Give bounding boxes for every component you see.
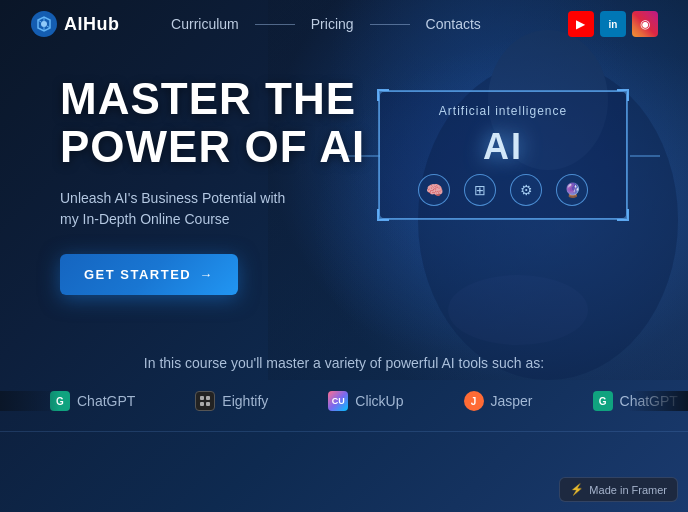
hero-title-line2: POWER OF AI <box>60 122 365 171</box>
hologram-icon-1: 🧠 <box>418 174 450 206</box>
framer-icon: ⚡ <box>570 483 584 496</box>
social-linkedin-button[interactable]: in <box>600 11 626 37</box>
nav-link-pricing[interactable]: Pricing <box>295 16 370 32</box>
svg-point-2 <box>448 275 588 345</box>
nav-link-contacts[interactable]: Contacts <box>410 16 497 32</box>
tool-name-chatgpt-right: ChatGPT <box>620 393 678 409</box>
social-instagram-button[interactable]: ◉ <box>632 11 658 37</box>
svg-point-5 <box>41 21 47 27</box>
chatgpt-logo-right: G <box>593 391 613 411</box>
hero-subtitle-line1: Unleash AI's Business Potential with <box>60 190 285 206</box>
hologram-big-text: AI <box>483 126 523 168</box>
corner-tl <box>377 89 389 101</box>
logo-icon <box>30 10 58 38</box>
hero-content: MASTER THE POWER OF AI Unleash AI's Busi… <box>60 75 365 295</box>
svg-rect-12 <box>200 402 204 406</box>
bottom-section: In this course you'll master a variety o… <box>0 355 688 432</box>
tool-item-jasper: J Jasper <box>434 391 563 411</box>
hero-subtitle-line2: my In-Depth Online Course <box>60 211 230 227</box>
tool-name-jasper: Jasper <box>491 393 533 409</box>
nav-logo[interactable]: AIHub <box>30 10 120 38</box>
tools-strip: G ChatGPT Eightify CU ClickUp J Jasper G… <box>0 391 688 411</box>
logo-text: AIHub <box>64 14 120 35</box>
svg-rect-13 <box>206 402 210 406</box>
cta-arrow-icon: → <box>199 267 214 282</box>
framer-badge-text: Made in Framer <box>589 484 667 496</box>
cta-label: GET STARTED <box>84 267 191 282</box>
nav-separator-1 <box>255 24 295 25</box>
hologram-label: Artificial intelligence <box>439 104 567 118</box>
tool-item-clickup: CU ClickUp <box>298 391 433 411</box>
navbar: AIHub Curriculum Pricing Contacts ▶ in ◉ <box>0 0 688 48</box>
hologram-icons-row: 🧠 ⊞ ⚙ 🔮 <box>418 174 588 206</box>
nav-socials: ▶ in ◉ <box>568 11 658 37</box>
svg-rect-11 <box>206 396 210 400</box>
hologram-icon-3: ⚙ <box>510 174 542 206</box>
clickup-logo: CU <box>328 391 348 411</box>
hero-title: MASTER THE POWER OF AI <box>60 75 365 172</box>
eightify-logo <box>195 391 215 411</box>
hero-title-line1: MASTER THE <box>60 74 356 123</box>
tool-name-eightify: Eightify <box>222 393 268 409</box>
corner-br <box>617 209 629 221</box>
corner-bl <box>377 209 389 221</box>
tool-name-chatgpt-left: ChatGPT <box>77 393 135 409</box>
nav-links: Curriculum Pricing Contacts <box>155 16 497 32</box>
hologram-icon-2: ⊞ <box>464 174 496 206</box>
tools-intro-text: In this course you'll master a variety o… <box>144 355 544 371</box>
tool-item-chatgpt-left: G ChatGPT <box>20 391 165 411</box>
svg-rect-10 <box>200 396 204 400</box>
chatgpt-logo-left: G <box>50 391 70 411</box>
framer-badge[interactable]: ⚡ Made in Framer <box>559 477 678 502</box>
hologram-icon-4: 🔮 <box>556 174 588 206</box>
tool-item-chatgpt-right: G ChatGPT <box>563 391 688 411</box>
social-youtube-button[interactable]: ▶ <box>568 11 594 37</box>
nav-link-curriculum[interactable]: Curriculum <box>155 16 255 32</box>
nav-separator-2 <box>370 24 410 25</box>
tools-divider <box>0 431 688 432</box>
hero-subtitle: Unleash AI's Business Potential with my … <box>60 188 365 230</box>
corner-tr <box>617 89 629 101</box>
get-started-button[interactable]: GET STARTED → <box>60 254 238 295</box>
hologram-line-right <box>630 155 660 157</box>
jasper-logo: J <box>464 391 484 411</box>
ai-hologram: Artificial intelligence AI 🧠 ⊞ ⚙ 🔮 <box>378 90 628 220</box>
tool-item-eightify: Eightify <box>165 391 298 411</box>
tool-name-clickup: ClickUp <box>355 393 403 409</box>
